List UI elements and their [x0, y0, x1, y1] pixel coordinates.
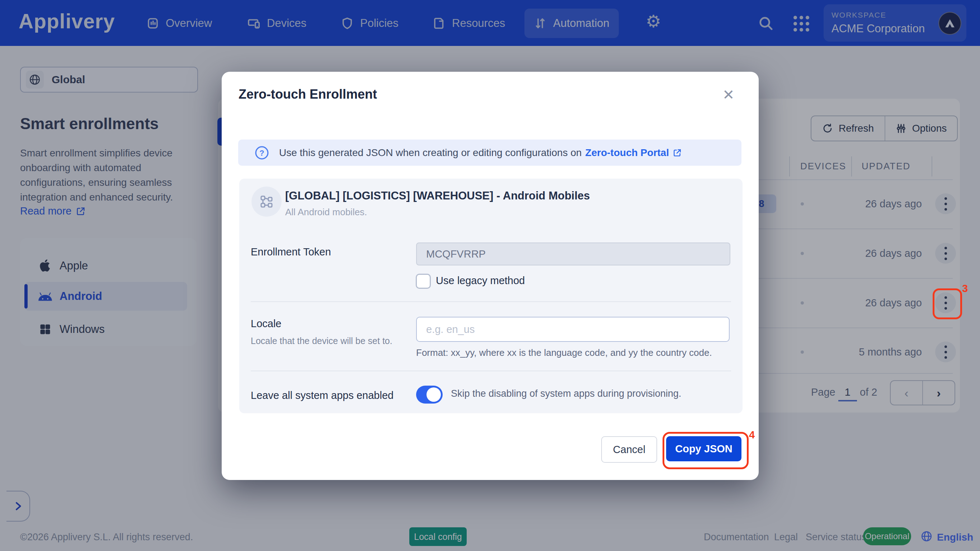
cancel-button[interactable]: Cancel — [601, 436, 657, 463]
annotation-label-4: 4 — [749, 429, 755, 441]
locale-format-help: Format: xx_yy, where xx is the language … — [416, 347, 712, 358]
configuration-subtitle: All Android mobiles. — [285, 207, 367, 218]
zero-touch-portal-link[interactable]: Zero-touch Portal — [585, 147, 669, 159]
system-apps-toggle[interactable] — [416, 385, 443, 404]
legacy-method-label: Use legacy method — [436, 275, 525, 287]
annotation-label-3: 3 — [962, 283, 968, 295]
locale-input[interactable] — [416, 317, 730, 342]
enrollment-token-input[interactable] — [416, 242, 730, 266]
form-divider — [251, 371, 731, 371]
configuration-form-section: [GLOBAL] [LOGISTICS] [WAREHOUSE] - Andro… — [239, 178, 743, 413]
configuration-group-icon — [251, 186, 282, 217]
legacy-method-checkbox[interactable] — [416, 274, 431, 289]
banner-text: Use this generated JSON when creating or… — [279, 147, 682, 159]
annotation-box-4 — [663, 432, 749, 469]
form-divider — [251, 301, 731, 302]
zero-touch-enrollment-modal: Zero-touch Enrollment ✕ ? Use this gener… — [222, 72, 759, 480]
help-circle-icon: ? — [254, 145, 270, 161]
close-icon[interactable]: ✕ — [722, 88, 735, 102]
external-link-icon — [673, 148, 682, 158]
modal-title: Zero-touch Enrollment — [239, 87, 377, 102]
system-apps-label: Leave all system apps enabled — [251, 390, 393, 401]
enrollment-token-label: Enrollment Token — [251, 246, 331, 258]
app-screen: Applivery Overview Devices Policies Reso… — [0, 0, 980, 551]
configuration-name: [GLOBAL] [LOGISTICS] [WAREHOUSE] - Andro… — [285, 190, 590, 202]
locale-description: Locale that the device will be set to. — [251, 336, 401, 346]
toggle-knob — [426, 387, 441, 402]
locale-label: Locale — [251, 318, 281, 330]
system-apps-description: Skip the disabling of system apps during… — [451, 388, 681, 399]
svg-text:?: ? — [259, 148, 264, 158]
annotation-box-3 — [933, 288, 962, 319]
